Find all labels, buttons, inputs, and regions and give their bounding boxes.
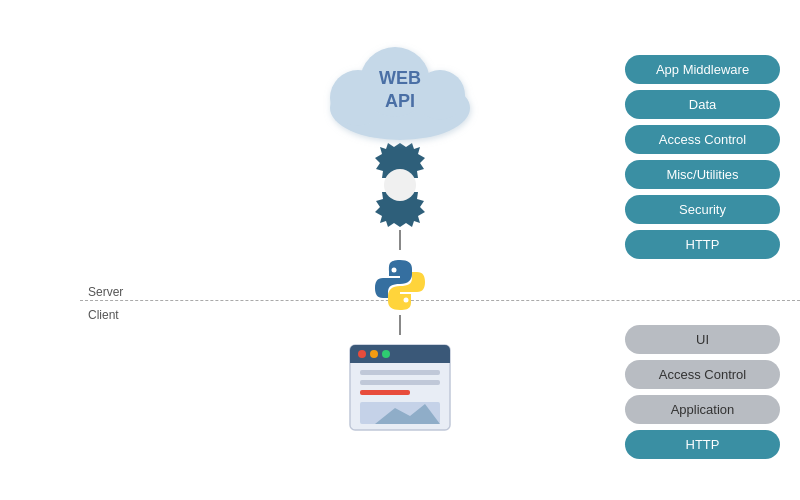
- python-logo: [370, 255, 430, 315]
- gear-icon: [340, 140, 460, 230]
- http-1-button[interactable]: HTTP: [625, 230, 780, 259]
- right-panel-client: UI Access Control Application HTTP: [625, 325, 780, 459]
- vertical-connector-1: [399, 230, 401, 250]
- cloud-text: WEB API: [379, 67, 421, 114]
- http-2-button[interactable]: HTTP: [625, 430, 780, 459]
- svg-rect-14: [360, 380, 440, 385]
- svg-point-3: [415, 70, 465, 120]
- svg-rect-15: [360, 390, 410, 395]
- svg-rect-9: [350, 356, 450, 363]
- svg-point-10: [358, 350, 366, 358]
- right-panel-server: App Middleware Data Access Control Misc/…: [625, 55, 780, 259]
- security-button[interactable]: Security: [625, 195, 780, 224]
- vertical-connector-2: [399, 315, 401, 335]
- cloud-shape: WEB API: [310, 30, 490, 150]
- center-diagram: WEB API: [280, 30, 520, 450]
- access-control-1-button[interactable]: Access Control: [625, 125, 780, 154]
- app-middleware-button[interactable]: App Middleware: [625, 55, 780, 84]
- ui-button[interactable]: UI: [625, 325, 780, 354]
- misc-utilities-button[interactable]: Misc/Utilities: [625, 160, 780, 189]
- access-control-2-button[interactable]: Access Control: [625, 360, 780, 389]
- svg-point-6: [404, 298, 409, 303]
- svg-point-5: [392, 268, 397, 273]
- application-button[interactable]: Application: [625, 395, 780, 424]
- server-label: Server: [88, 285, 123, 299]
- svg-point-11: [370, 350, 378, 358]
- data-button[interactable]: Data: [625, 90, 780, 119]
- svg-point-4: [384, 169, 416, 201]
- svg-rect-13: [360, 370, 440, 375]
- client-label: Client: [88, 308, 119, 322]
- browser-window: [345, 340, 455, 450]
- svg-point-12: [382, 350, 390, 358]
